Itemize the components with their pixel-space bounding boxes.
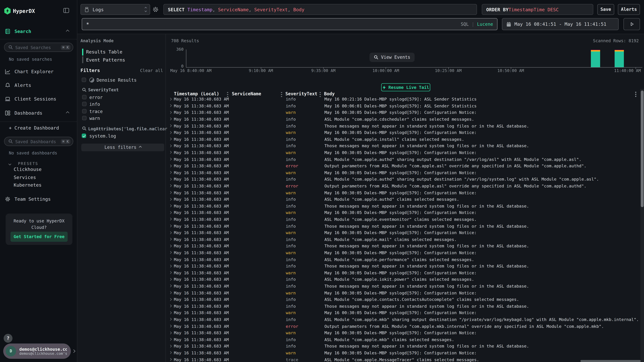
row-expand-chevron-icon[interactable] xyxy=(169,318,172,321)
view-events-button[interactable]: View Events xyxy=(370,53,414,62)
table-row[interactable]: May 16 11:38:40.683 AMwarnMay 16 00:30:0… xyxy=(166,249,644,256)
vertical-scrollbar-thumb[interactable] xyxy=(641,90,644,207)
order-by-input[interactable]: ORDER BY TimestampTime DESC xyxy=(482,4,593,15)
row-expand-chevron-icon[interactable] xyxy=(169,265,172,267)
help-button[interactable]: ? xyxy=(4,334,12,343)
table-row[interactable]: May 16 11:38:40.683 AMinfoThose messages… xyxy=(166,223,644,229)
sidebar-item-chart-explorer[interactable]: Chart Explorer xyxy=(0,66,77,77)
table-row[interactable]: May 16 11:38:40.683 AMinfoASL Module "co… xyxy=(166,316,644,323)
row-expand-chevron-icon[interactable] xyxy=(169,224,172,227)
save-button[interactable]: Save xyxy=(597,4,614,15)
table-row[interactable]: May 16 11:38:40.683 AMwarnMay 16 00:30:0… xyxy=(166,129,644,136)
row-expand-chevron-icon[interactable] xyxy=(169,131,172,134)
table-row[interactable]: May 16 11:38:40.683 AMinfoThose messages… xyxy=(166,243,644,249)
table-row[interactable]: May 16 11:38:40.683 AMinfoThose messages… xyxy=(166,263,644,269)
row-expand-chevron-icon[interactable] xyxy=(169,298,172,301)
row-expand-chevron-icon[interactable] xyxy=(169,278,172,281)
table-row[interactable]: May 16 11:38:40.683 AMinfoThose messages… xyxy=(166,303,644,310)
row-expand-chevron-icon[interactable] xyxy=(169,338,172,341)
horizontal-scrollbar-thumb[interactable] xyxy=(580,360,641,362)
sidebar-item-search[interactable]: Search xyxy=(0,26,77,37)
table-row[interactable]: May 16 11:38:40.683 AMwarnMay 16 00:30:0… xyxy=(166,109,644,116)
row-expand-chevron-icon[interactable] xyxy=(169,158,172,160)
sidebar-item-alerts[interactable]: Alerts xyxy=(0,80,77,90)
table-row[interactable]: May 16 11:38:40.683 AMinfoASL Module "co… xyxy=(166,236,644,243)
preset-kubernetes[interactable]: Kubernetes xyxy=(14,182,42,188)
row-expand-chevron-icon[interactable] xyxy=(169,245,172,247)
row-expand-chevron-icon[interactable] xyxy=(169,111,172,114)
row-expand-chevron-icon[interactable] xyxy=(169,358,172,361)
sql-query-input[interactable]: SELECT Timestamp, ServiceName, SeverityT… xyxy=(164,4,477,15)
table-row[interactable]: May 16 11:38:40.683 AMinfoMay 16 00:21:1… xyxy=(166,96,644,102)
table-row[interactable]: May 16 11:38:40.683 AMwarnMay 16 00:30:0… xyxy=(166,209,644,216)
table-row[interactable]: May 16 11:38:40.683 AMerrorOutput parame… xyxy=(166,183,644,189)
table-row[interactable]: May 16 11:38:40.683 AMinfoMay 16 00:06:0… xyxy=(166,102,644,109)
row-expand-chevron-icon[interactable] xyxy=(169,231,172,234)
table-row[interactable]: May 16 11:38:40.683 AMinfoASL Module "co… xyxy=(166,196,644,203)
row-expand-chevron-icon[interactable] xyxy=(169,171,172,174)
row-expand-chevron-icon[interactable] xyxy=(169,178,172,180)
row-expand-chevron-icon[interactable] xyxy=(169,124,172,127)
table-row[interactable]: May 16 11:38:40.683 AMinfoASL Module "co… xyxy=(166,296,644,303)
mode-results-table[interactable]: Results Table xyxy=(86,49,122,55)
saved-searches-input[interactable]: Saved Searches ⌘ K xyxy=(4,43,73,52)
table-row[interactable]: May 16 11:38:40.683 AMinfoThose messages… xyxy=(166,283,644,290)
row-expand-chevron-icon[interactable] xyxy=(169,184,172,187)
table-row[interactable]: May 16 11:38:40.683 AMinfoASL Module "co… xyxy=(166,276,644,283)
row-expand-chevron-icon[interactable] xyxy=(169,311,172,314)
row-expand-chevron-icon[interactable] xyxy=(169,198,172,200)
source-settings-gear-icon[interactable] xyxy=(152,6,158,12)
table-row[interactable]: May 16 11:38:40.683 AMwarnMay 16 00:30:0… xyxy=(166,330,644,336)
row-expand-chevron-icon[interactable] xyxy=(169,104,172,107)
severity-error-checkbox[interactable] xyxy=(82,95,86,99)
live-tail-play-button[interactable] xyxy=(624,18,640,30)
row-expand-chevron-icon[interactable] xyxy=(169,164,172,167)
row-expand-chevron-icon[interactable] xyxy=(169,258,172,260)
row-expand-chevron-icon[interactable] xyxy=(169,98,172,100)
row-expand-chevron-icon[interactable] xyxy=(169,271,172,274)
table-row[interactable]: May 16 11:38:40.683 AMinfoASL Module "co… xyxy=(166,136,644,142)
row-expand-chevron-icon[interactable] xyxy=(169,345,172,347)
table-row[interactable]: May 16 11:38:40.683 AMwarnMay 16 00:30:0… xyxy=(166,189,644,196)
severity-warn-label[interactable]: warn xyxy=(89,116,100,121)
row-expand-chevron-icon[interactable] xyxy=(169,211,172,214)
clear-all-link[interactable]: Clear all xyxy=(140,68,163,73)
table-row[interactable]: May 16 11:38:40.683 AMtraceASL Module "c… xyxy=(166,356,644,362)
presets-toggle[interactable]: PRESETS xyxy=(9,159,38,167)
table-row[interactable]: May 16 11:38:40.683 AMinfoASL Module "co… xyxy=(166,176,644,183)
source-select[interactable]: Logs xyxy=(80,4,150,15)
table-row[interactable]: May 16 11:38:40.683 AMinfoASL Module "co… xyxy=(166,216,644,223)
table-row[interactable]: May 16 11:38:40.683 AMwarnMay 16 00:30:0… xyxy=(166,310,644,316)
table-row[interactable]: May 16 11:38:40.683 AMwarnMay 16 00:30:0… xyxy=(166,169,644,176)
severity-error-label[interactable]: error xyxy=(89,95,103,100)
chevron-up-icon[interactable] xyxy=(66,30,69,33)
sidebar-collapse-icon[interactable] xyxy=(63,8,69,13)
table-row[interactable]: May 16 11:38:40.683 AMinfoThose messages… xyxy=(166,142,644,149)
severity-trace-label[interactable]: trace xyxy=(89,109,103,114)
table-row[interactable]: May 16 11:38:40.683 AMwarnMay 16 00:30:0… xyxy=(166,229,644,236)
severity-info-label[interactable]: info xyxy=(89,102,100,107)
preset-services[interactable]: Services xyxy=(14,175,36,180)
row-expand-chevron-icon[interactable] xyxy=(169,204,172,207)
mode-sql-toggle[interactable]: SQL xyxy=(461,21,469,27)
mode-event-patterns[interactable]: Event Patterns xyxy=(86,57,125,63)
sidebar-item-team-settings[interactable]: Team Settings xyxy=(0,194,77,204)
systemlog-checkbox[interactable] xyxy=(82,134,86,138)
row-expand-chevron-icon[interactable] xyxy=(169,251,172,254)
table-row[interactable]: May 16 11:38:40.683 AMerrorOutput parame… xyxy=(166,162,644,169)
table-row[interactable]: May 16 11:38:40.683 AMinfoASL Module "co… xyxy=(166,256,644,263)
row-expand-chevron-icon[interactable] xyxy=(169,218,172,220)
get-started-button[interactable]: Get Started for Free xyxy=(10,232,68,242)
row-expand-chevron-icon[interactable] xyxy=(169,138,172,140)
row-expand-chevron-icon[interactable] xyxy=(169,151,172,154)
severity-info-checkbox[interactable] xyxy=(82,102,86,106)
row-expand-chevron-icon[interactable] xyxy=(169,352,172,354)
row-expand-chevron-icon[interactable] xyxy=(169,118,172,120)
date-range-input[interactable]: May 16 08:41:51 - May 16 11:41:51 xyxy=(502,18,619,30)
table-row[interactable]: May 16 11:38:40.683 AMinfoThose messages… xyxy=(166,123,644,129)
denoise-checkbox[interactable] xyxy=(82,78,86,82)
row-expand-chevron-icon[interactable] xyxy=(169,325,172,327)
table-row[interactable]: May 16 11:38:40.683 AMwarnMay 16 00:30:0… xyxy=(166,149,644,156)
row-expand-chevron-icon[interactable] xyxy=(169,331,172,334)
resume-live-tail-button[interactable]: Resume Live Tail xyxy=(381,83,430,91)
